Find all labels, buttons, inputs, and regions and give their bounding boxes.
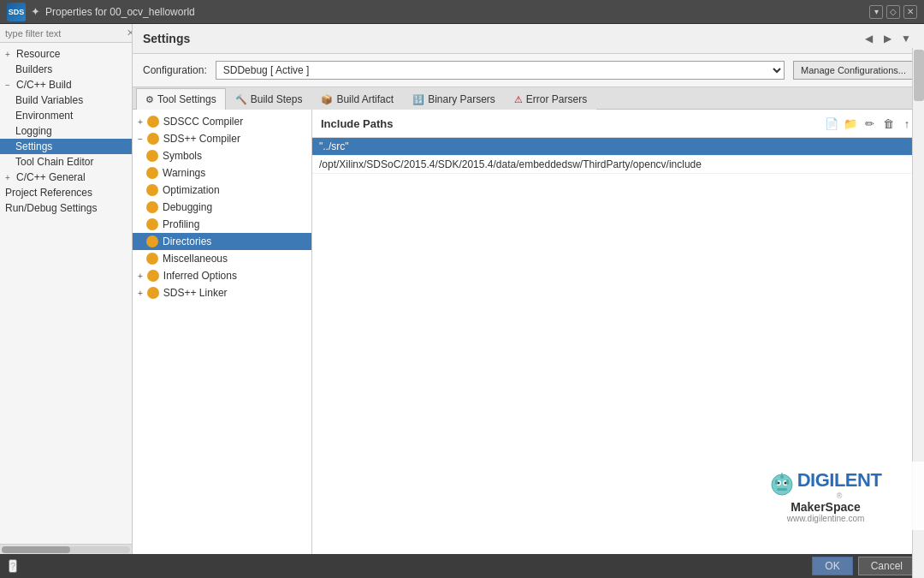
tabs-bar: ⚙ Tool Settings 🔨 Build Steps 📦 Build Ar… [133,87,924,110]
clear-filter-icon[interactable]: ✕ [127,27,133,39]
sidebar-item-cpp-build[interactable]: − C/C++ Build [0,77,132,92]
sidebar-item-tool-chain-editor[interactable]: Tool Chain Editor [0,154,132,170]
sidebar-filter-row: ✕ [0,24,132,43]
restore-button[interactable]: ◇ [886,5,900,19]
cancel-button[interactable]: Cancel [858,557,915,575]
svg-point-8 [780,475,784,479]
error-parsers-tab-label: Error Parsers [526,93,587,105]
expand-cpp-build-icon: − [5,80,14,90]
sidebar-scrollbar[interactable] [0,544,132,554]
main-container: ✕ + Resource Builders − C/C++ Build Buil… [0,24,924,554]
tree-profiling[interactable]: Profiling [133,216,311,233]
tab-error-parsers[interactable]: ⚠ Error Parsers [505,88,596,110]
right-panel-header: Include Paths 📄 📁 ✏ 🗑 ↑ [312,110,924,138]
tree-warnings[interactable]: Warnings [133,164,311,182]
sidebar-item-build-variables-label: Build Variables [15,94,83,106]
sidebar-item-resource[interactable]: + Resource [0,46,132,62]
ok-button[interactable]: OK [812,557,852,575]
edit-button[interactable]: ✏ [861,115,878,132]
config-select[interactable]: SDDebug [ Active ] [216,61,785,80]
sidebar-item-run-debug[interactable]: Run/Debug Settings [0,200,132,216]
include-paths-title: Include Paths [321,117,394,130]
sidebar-item-environment[interactable]: Environment [0,108,132,123]
sidebar-item-builders[interactable]: Builders [0,62,132,77]
sidebar-item-tool-chain-editor-label: Tool Chain Editor [15,156,93,168]
tree-symbols[interactable]: Symbols [133,147,311,164]
expand-sdscc-icon: + [138,117,143,127]
config-row: Configuration: SDDebug [ Active ] Manage… [133,54,924,87]
svg-rect-5 [777,488,787,491]
delete-button[interactable]: 🗑 [880,115,897,132]
tab-tool-settings[interactable]: ⚙ Tool Settings [136,88,226,110]
scrollbar-thumb [2,546,70,553]
sdspp-linker-label: SDS++ Linker [163,287,228,299]
sdspp-compiler-label: SDS++ Compiler [163,133,240,145]
tree-sdscc-compiler[interactable]: + SDSCC Compiler [133,113,311,130]
svg-rect-6 [775,480,778,485]
bottom-buttons: OK Cancel [812,557,915,575]
add-folder-button[interactable]: 📁 [842,115,859,132]
settings-nav-icons: ◀ ▶ ▼ [861,31,914,46]
tab-build-artifact[interactable]: 📦 Build Artifact [311,88,403,110]
watermark-subtitle: MakerSpace [770,500,882,514]
tab-build-steps[interactable]: 🔨 Build Steps [226,88,312,110]
tree-debugging[interactable]: Debugging [133,199,311,216]
tree-inferred-options[interactable]: + Inferred Options [133,267,311,284]
symbols-gear-icon [146,150,158,162]
wand-icon: ✦ [31,5,40,18]
inferred-gear-icon [147,270,159,282]
sidebar-item-cpp-general[interactable]: + C/C++ General [0,170,132,185]
tool-settings-tab-label: Tool Settings [157,93,216,105]
back-nav-button[interactable]: ◀ [861,31,876,46]
svg-rect-7 [786,480,789,485]
menu-nav-button[interactable]: ▼ [898,31,914,46]
app-logo: SDS [7,3,26,21]
close-button[interactable]: ✕ [903,5,917,19]
v-scrollbar-thumb [914,50,924,101]
build-steps-tab-label: Build Steps [251,93,303,105]
debugging-gear-icon [146,201,158,213]
manage-configurations-button[interactable]: Manage Configurations... [793,61,914,80]
forward-nav-button[interactable]: ▶ [880,31,895,46]
expand-cpp-general-icon: + [5,173,14,182]
sdspp-gear-icon [147,133,159,145]
sidebar-item-project-references[interactable]: Project References [0,185,132,200]
expand-inferred-icon: + [138,271,143,281]
miscellaneous-gear-icon [146,253,158,265]
miscellaneous-label: Miscellaneous [163,253,228,265]
tree-sdspp-compiler[interactable]: − SDS++ Compiler [133,130,311,147]
settings-header: Settings ◀ ▶ ▼ [133,24,924,54]
tree-directories[interactable]: Directories [133,233,311,250]
help-button[interactable]: ? [9,559,17,573]
sidebar-item-settings[interactable]: Settings [0,139,132,154]
symbols-label: Symbols [163,150,202,162]
linker-gear-icon [147,287,159,299]
warnings-label: Warnings [163,167,205,179]
bottom-bar: ? OK Cancel [0,554,924,578]
sidebar-item-logging-label: Logging [15,125,52,137]
optimization-label: Optimization [163,184,220,196]
tool-settings-tab-icon: ⚙ [145,94,154,105]
directories-gear-icon [146,235,158,247]
sidebar-item-logging[interactable]: Logging [0,123,132,139]
add-file-button[interactable]: 📄 [823,115,840,132]
sidebar-item-resource-label: Resource [16,48,60,60]
digilent-robot-icon [770,473,794,497]
include-path-row-opencv[interactable]: /opt/Xilinx/SDSoC/2015.4/SDK/2015.4/data… [312,156,924,174]
inferred-options-label: Inferred Options [163,270,237,282]
panel-toolbar: 📄 📁 ✏ 🗑 ↑ [823,115,915,132]
minimize-button[interactable]: ▾ [869,5,883,19]
tree-optimization[interactable]: Optimization [133,182,311,199]
sidebar-item-cpp-general-label: C/C++ General [16,171,86,183]
settings-title: Settings [143,32,190,45]
include-path-row-src[interactable]: "../src" [312,138,924,156]
binary-parsers-tab-icon: 🔢 [412,94,424,105]
sidebar-item-settings-label: Settings [15,140,52,152]
expand-resource-icon: + [5,50,14,59]
tab-binary-parsers[interactable]: 🔢 Binary Parsers [403,88,505,110]
sidebar-item-build-variables[interactable]: Build Variables [0,92,132,108]
sidebar-item-environment-label: Environment [15,110,73,122]
filter-input[interactable] [5,28,123,39]
tree-miscellaneous[interactable]: Miscellaneous [133,250,311,267]
tree-sdspp-linker[interactable]: + SDS++ Linker [133,284,311,301]
